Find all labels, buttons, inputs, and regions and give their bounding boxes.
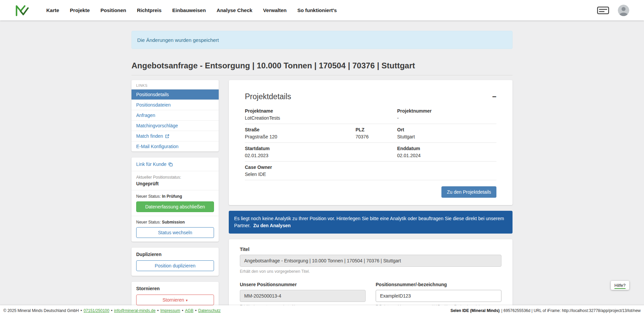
table-row: Straße Pragstraße 120 PLZ 70376 Ort Stut… [245,124,496,143]
stornieren-button-label: Stornieren [162,297,184,303]
projektname-value: LotCreationTests [245,115,397,121]
success-alert: Die Änderungen wurden gespeichert [131,31,513,49]
sidebar-item-label: Match finden [136,133,163,139]
current-status-value: Ungeprüft [136,181,214,186]
link-fuer-kunde[interactable]: Link für Kunde [136,162,173,167]
user-avatar-icon [618,5,629,16]
nav-item-verwalten[interactable]: Verwalten [263,7,286,13]
projektname-label: Projektname [245,108,397,114]
external-link-icon [165,134,169,138]
footer-right: Selen IDE (Mineral Minds) | 69576255536d… [450,308,641,313]
table-row: Case Owner Selen IDE [245,162,496,180]
projektnummer-value: - [397,115,496,121]
footer: © 2025 Mineral Minds Deutschland GmbH • … [0,305,644,316]
sidebar-item-match-finden[interactable]: Match finden [131,131,219,141]
new-status-line-2: Neuer Status: Submission [136,220,214,225]
enddatum-label: Enddatum [397,146,496,151]
footer-left: © 2025 Mineral Minds Deutschland GmbH • … [3,308,221,313]
startdatum-value: 02.01.2023 [245,153,397,158]
top-navbar: Karte Projekte Positionen Richtpreis Ein… [0,0,644,20]
position-form-card: Titel Erhält den von uns vorgegebenen Ti… [229,239,513,316]
navbar-right [597,5,629,16]
duplizieren-card: Duplizieren Position duplizieren [131,248,219,276]
brand-logo[interactable] [15,3,29,17]
sidebar-item-email-konfiguration[interactable]: E-Mail Konfiguration [131,141,219,151]
nav-item-karte[interactable]: Karte [46,7,59,13]
sidebar-item-anfragen[interactable]: Anfragen [131,110,219,120]
externe-positionsnummer-input[interactable] [376,290,501,302]
new-status-value: In Prüfung [162,194,182,199]
enddatum-value: 02.01.2024 [397,153,496,158]
sidebar: LINKS Positionsdetails Positionsdateien … [131,80,219,316]
current-status-label: Aktueller Positionsstatus: [136,175,214,180]
hilfe-button[interactable]: Hilfe? [611,281,629,290]
footer-user: Selen IDE (Mineral Minds) [450,308,500,313]
stornieren-dropdown-button[interactable]: Stornieren▾ [136,295,214,305]
nav-item-so-funktionierts[interactable]: So funktioniert's [297,7,337,13]
footer-link-agb[interactable]: AGB [185,308,193,313]
titel-help: Erhält den von uns vorgegebenen Titel. [240,269,501,274]
caret-down-icon: ▾ [186,298,188,302]
plz-label: PLZ [356,127,397,132]
footer-session-info: | 69576255536d | URL of iFrame: http://l… [501,308,641,313]
position-duplizieren-button[interactable]: Position duplizieren [136,260,214,271]
server-icon[interactable] [597,6,609,14]
table-row: Projektname LotCreationTests Projektnumm… [245,105,496,124]
footer-link-datenschutz[interactable]: Datenschutz [198,308,221,313]
titel-input [240,255,501,267]
zu-den-projektdetails-button[interactable]: Zu den Projektdetails [441,186,496,198]
positionsnummer-input [240,290,366,302]
duplizieren-title: Duplizieren [136,252,214,257]
nav-item-positionen[interactable]: Positionen [101,7,126,13]
app-root: Karte Projekte Positionen Richtpreis Ein… [0,0,644,316]
new-status-label: Neuer Status: [136,194,161,199]
footer-link-email[interactable]: info@mineral-minds.de [114,308,156,313]
case-owner-value: Selen IDE [245,172,496,177]
nav-item-projekte[interactable]: Projekte [70,7,90,13]
new-status-label: Neuer Status: [136,220,161,225]
strasse-label: Straße [245,127,356,132]
hilfe-button-label: Hilfe? [614,283,626,289]
startdatum-label: Startdatum [245,146,397,151]
projektdetails-table: Projektname LotCreationTests Projektnumm… [245,105,496,180]
footer-link-phone[interactable]: 07151/250100 [84,308,109,313]
footer-link-impressum[interactable]: Impressum [160,308,180,313]
projektdetails-title: Projektdetails [245,92,291,101]
links-header: LINKS [131,80,219,89]
stornieren-title: Stornieren [136,286,214,291]
externe-positionsnummer-label: Positionsnummer/-bezeichnung [376,282,501,287]
case-owner-label: Case Owner [245,165,496,170]
projektdetails-card: Projektdetails − Projektname LotCreation… [229,80,513,205]
collapse-button[interactable]: − [492,93,496,101]
sidebar-item-positionsdateien[interactable]: Positionsdateien [131,100,219,110]
status-card: Link für Kunde Aktueller Positionsstatus… [131,157,219,242]
main-content: Projektdetails − Projektname LotCreation… [229,80,513,316]
nav-item-richtpreis[interactable]: Richtpreis [137,7,161,13]
projektnummer-label: Projektnummer [397,108,496,114]
link-fuer-kunde-label: Link für Kunde [136,162,166,167]
zu-den-analysen-link[interactable]: Zu den Analysen [253,223,291,228]
sidebar-links-card: LINKS Positionsdetails Positionsdateien … [131,80,219,151]
plz-value: 70376 [356,134,397,139]
content-columns: LINKS Positionsdetails Positionsdateien … [131,80,513,316]
table-row: Startdatum 02.01.2023 Enddatum 02.01.202… [245,143,496,162]
nav-item-einbauweisen[interactable]: Einbauweisen [172,7,206,13]
datenerfassung-abschliessen-button[interactable]: Datenerfassung abschließen [136,201,214,212]
main-nav: Karte Projekte Positionen Richtpreis Ein… [46,7,337,13]
mineral-minds-logo-icon [15,3,29,17]
sidebar-item-matchingvorschlaege[interactable]: Matchingvorschläge [131,120,219,131]
footer-copyright: © 2025 Mineral Minds Deutschland GmbH [3,308,79,313]
user-avatar[interactable] [618,5,629,16]
titel-label: Titel [240,247,501,252]
analytics-banner: Es liegt noch keine Analytik zu Ihrer Po… [229,211,513,234]
nav-item-analyse-check[interactable]: Analyse Check [217,7,253,13]
ort-value: Stuttgart [397,134,496,139]
copy-icon [168,162,173,167]
new-status-line-1: Neuer Status: In Prüfung [136,194,214,199]
new-status-value: Submission [162,220,185,225]
alert-message: Die Änderungen wurden gespeichert [137,37,219,43]
status-wechseln-button[interactable]: Status wechseln [136,227,214,238]
positionsnummer-label: Unsere Positionsnummer [240,282,366,287]
sidebar-item-positionsdetails[interactable]: Positionsdetails [131,89,219,100]
strasse-value: Pragstraße 120 [245,134,356,139]
